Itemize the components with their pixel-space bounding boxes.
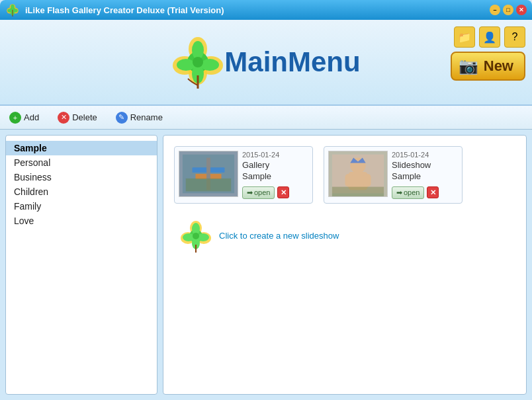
delete-card-button-1[interactable]: ✕ <box>277 186 289 198</box>
gallery-actions-2: ➡ open ✕ <box>392 186 458 199</box>
rename-label: Rename <box>130 112 163 122</box>
svg-point-15 <box>177 59 195 71</box>
gallery-info-2: 2015-01-24 SlideshowSample ➡ open ✕ <box>392 151 458 199</box>
svg-rect-32 <box>332 187 384 197</box>
folder-icon-button[interactable]: 📁 <box>454 26 475 48</box>
close-button[interactable]: ✕ <box>516 5 527 15</box>
sidebar-item-love[interactable]: Love <box>6 214 157 228</box>
open-button-2[interactable]: ➡ open <box>392 186 424 199</box>
gallery-name-2: SlideshowSample <box>392 160 458 182</box>
header: MainMenu 📁 👤 ? 📷 New <box>0 20 532 106</box>
gallery-card-2: 2015-01-24 SlideshowSample ➡ open ✕ <box>324 146 463 204</box>
delete-label: Delete <box>72 112 97 122</box>
open-label-2: open <box>404 188 420 196</box>
add-button[interactable]: + Add <box>5 110 43 125</box>
maximize-button[interactable]: □ <box>503 5 513 15</box>
svg-rect-30 <box>345 174 353 187</box>
create-slideshow-card[interactable]: Click to create a new slideshow <box>174 214 344 258</box>
svg-point-16 <box>200 59 219 71</box>
sidebar-item-children[interactable]: Children <box>6 184 157 199</box>
sidebar-item-sample[interactable]: Sample <box>6 141 157 155</box>
gallery-thumb-1 <box>179 151 238 197</box>
create-icon <box>179 220 212 253</box>
gallery-card-1: 2015-01-24 GallerySample ➡ open ✕ <box>174 146 313 204</box>
create-slideshow-text: Click to create a new slideshow <box>219 230 339 242</box>
delete-icon: ✕ <box>58 112 69 124</box>
rename-button[interactable]: ✎ Rename <box>112 110 167 125</box>
svg-point-4 <box>11 5 15 10</box>
window-title: iLike Flash Gallery Creator Deluxe (Tria… <box>25 5 490 15</box>
help-icon-button[interactable]: ? <box>504 26 525 48</box>
svg-point-18 <box>193 57 203 67</box>
gallery-thumb-2 <box>328 151 388 197</box>
title-bar: iLike Flash Gallery Creator Deluxe (Tria… <box>0 0 532 20</box>
header-logo-icon <box>171 36 224 89</box>
new-button[interactable]: 📷 New <box>451 52 525 81</box>
add-icon: + <box>9 112 21 124</box>
gallery-area: 2015-01-24 GallerySample ➡ open ✕ <box>163 135 527 395</box>
create-clover-icon <box>179 220 212 253</box>
open-arrow-icon-2: ➡ <box>396 188 402 197</box>
header-actions: 📁 👤 ? 📷 New <box>451 26 525 81</box>
page-title: MainMenu <box>224 46 360 78</box>
sidebar-item-business[interactable]: Business <box>6 170 157 184</box>
toolbar: + Add ✕ Delete ✎ Rename <box>0 106 532 130</box>
gallery-info-1: 2015-01-24 GallerySample ➡ open ✕ <box>242 151 308 199</box>
open-arrow-icon: ➡ <box>247 188 253 197</box>
svg-point-41 <box>193 233 199 239</box>
thumb-image-2 <box>329 151 387 197</box>
svg-rect-31 <box>363 174 371 187</box>
thumb-image-1 <box>179 151 238 197</box>
rename-icon: ✎ <box>116 112 128 124</box>
open-button-1[interactable]: ➡ open <box>242 186 275 199</box>
main-content: Sample Personal Business Children Family… <box>0 130 532 400</box>
svg-point-14 <box>192 41 204 60</box>
minimize-button[interactable]: – <box>490 5 500 15</box>
gallery-name-1: GallerySample <box>242 160 308 182</box>
new-button-label: New <box>484 58 513 75</box>
add-label: Add <box>24 112 39 122</box>
delete-button[interactable]: ✕ Delete <box>54 110 101 125</box>
camera-icon: 📷 <box>459 57 478 75</box>
app-logo-icon <box>5 3 20 17</box>
open-label-1: open <box>254 188 270 196</box>
sidebar-item-personal[interactable]: Personal <box>6 155 157 170</box>
gallery-actions-1: ➡ open ✕ <box>242 186 308 199</box>
user-icon-button[interactable]: 👤 <box>479 26 500 48</box>
header-icon-row: 📁 👤 ? <box>454 26 525 48</box>
window-controls: – □ ✕ <box>490 5 527 15</box>
gallery-date-2: 2015-01-24 <box>392 151 458 159</box>
delete-card-button-2[interactable]: ✕ <box>427 186 439 198</box>
gallery-date-1: 2015-01-24 <box>242 151 308 159</box>
svg-rect-25 <box>186 179 231 192</box>
sidebar-item-family[interactable]: Family <box>6 199 157 214</box>
sidebar: Sample Personal Business Children Family… <box>5 135 157 395</box>
